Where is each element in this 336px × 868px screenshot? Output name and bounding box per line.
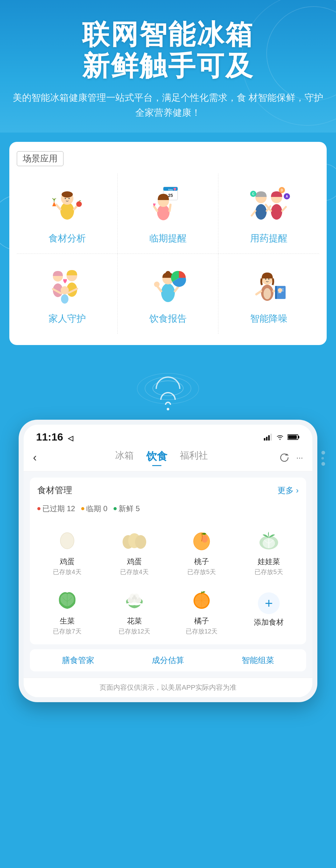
scene-label-food-analysis: 食材分析 (49, 232, 86, 245)
food-img-egg2 (120, 525, 148, 554)
svg-point-60 (278, 288, 282, 292)
food-section-header: 食材管理 更多 › (30, 477, 306, 501)
noise-reduction-icon (245, 260, 292, 307)
food-item-egg2[interactable]: 鸡蛋 已存放4天 (102, 522, 167, 579)
scene-label-noise: 智能降噪 (250, 312, 287, 325)
wifi-divider (0, 361, 336, 420)
scene-grid: 食材分析 May 25 (17, 174, 319, 334)
food-item-orange[interactable]: 橘子 已存放12天 (169, 581, 234, 638)
app-content: 食材管理 更多 › 已过期 12 临期 0 新鲜 5 (24, 471, 312, 678)
wifi-status-icon (276, 434, 284, 440)
phone-wrapper: 11:16 ◁ (0, 420, 336, 721)
diet-report-icon (145, 260, 191, 307)
svg-rect-66 (270, 434, 272, 440)
nav-tab-fridge[interactable]: 冰箱 (115, 449, 134, 466)
svg-line-18 (154, 206, 157, 211)
refresh-icon[interactable] (280, 453, 290, 462)
chip-dot-orange (81, 507, 84, 510)
svg-line-53 (256, 291, 261, 294)
svg-point-39 (61, 294, 68, 304)
food-add-button[interactable]: + 添加食材 (237, 581, 301, 638)
smart-cooking-button[interactable]: 智能组菜 (242, 655, 274, 666)
food-item-lettuce[interactable]: 生菜 已存放7天 (35, 581, 99, 638)
svg-point-3 (65, 198, 66, 199)
svg-rect-64 (266, 437, 268, 440)
bottom-actions: 膳食管家 成分估算 智能组菜 (30, 649, 306, 671)
food-section-more[interactable]: 更多 › (277, 485, 299, 496)
nav-back-button[interactable]: ‹ (33, 451, 37, 464)
svg-rect-65 (268, 435, 270, 440)
svg-point-16 (157, 205, 170, 220)
scene-item-food-analysis[interactable]: 食材分析 (17, 174, 118, 254)
svg-point-62 (268, 278, 269, 280)
scene-section: 场景应用 (0, 132, 336, 361)
scene-label-diet: 饮食报告 (149, 312, 187, 325)
scene-item-family[interactable]: 家人守护 (17, 254, 118, 334)
svg-point-75 (135, 535, 146, 549)
svg-line-33 (282, 207, 286, 211)
food-item-cauliflower[interactable]: 花菜 已存放12天 (102, 581, 167, 638)
phone-footer-note: 页面内容仅供演示，以美居APP实际内容为准 (24, 678, 312, 697)
food-name-orange: 橘子 (194, 616, 209, 626)
chip-fresh[interactable]: 新鲜 5 (114, 504, 140, 514)
svg-point-2 (62, 191, 73, 197)
food-grid: 鸡蛋 已存放4天 鸡蛋 已存放4天 (30, 519, 306, 644)
chip-near-expiry[interactable]: 临期 0 (81, 504, 107, 514)
svg-line-19 (170, 205, 171, 211)
food-days-egg2: 已存放4天 (120, 568, 148, 576)
right-deco (322, 451, 325, 466)
food-days-peach: 已存放5天 (187, 568, 216, 576)
svg-point-88 (133, 595, 135, 598)
svg-text:D: D (281, 189, 283, 192)
svg-rect-56 (275, 286, 277, 299)
more-icon[interactable]: ··· (296, 453, 303, 463)
medicine-reminder-icon: D A C (245, 180, 292, 226)
svg-point-11 (76, 201, 82, 207)
svg-point-51 (264, 288, 271, 299)
ingredient-calc-button[interactable]: 成分估算 (152, 655, 184, 666)
svg-text:C: C (252, 192, 254, 196)
svg-rect-63 (264, 438, 265, 440)
food-img-orange (188, 585, 216, 613)
food-name-egg1: 鸡蛋 (60, 557, 75, 566)
food-section-title: 食材管理 (37, 485, 72, 496)
food-name-lettuce: 生菜 (60, 616, 75, 626)
svg-marker-7 (52, 202, 56, 206)
scene-item-medicine[interactable]: D A C 用药提醒 (218, 174, 319, 254)
food-img-egg1 (53, 525, 81, 554)
svg-point-25 (271, 204, 282, 220)
nav-tab-welfare[interactable]: 福利社 (180, 449, 208, 466)
scene-item-diet[interactable]: 饮食报告 (118, 254, 218, 334)
svg-point-4 (68, 198, 70, 199)
food-item-cabbage[interactable]: 娃娃菜 已存放5天 (237, 522, 301, 579)
nav-tab-diet[interactable]: 饮食 (146, 449, 167, 466)
food-name-cabbage: 娃娃菜 (257, 557, 280, 566)
food-item-peach[interactable]: 桃子 已存放5天 (169, 522, 234, 579)
family-care-icon (44, 260, 91, 307)
expiry-reminder-icon: May 25 (145, 180, 191, 226)
scene-item-expiry[interactable]: May 25 (118, 174, 218, 254)
svg-rect-68 (298, 436, 299, 438)
svg-rect-69 (288, 435, 297, 439)
signal-icon (264, 434, 273, 440)
chip-dot-red (37, 507, 40, 510)
food-days-lettuce: 已存放7天 (53, 627, 81, 636)
nav-tabs: 冰箱 饮食 福利社 (43, 449, 280, 466)
food-days-egg1: 已存放4天 (53, 568, 81, 576)
food-days-cabbage: 已存放5天 (254, 568, 283, 576)
scene-tag: 场景应用 (17, 151, 63, 166)
chip-dot-green (114, 507, 117, 510)
status-icons (264, 434, 300, 440)
phone-inner: 11:16 ◁ (24, 425, 312, 697)
add-food-label: 添加食材 (254, 617, 284, 627)
svg-point-43 (161, 283, 175, 302)
diet-manager-button[interactable]: 膳食管家 (62, 655, 94, 666)
hero-subtitle: 美的智能冰箱健康管理一站式平台，满足个性化需求，食 材智能保鲜，守护全家营养健康… (12, 90, 324, 120)
svg-line-5 (56, 205, 60, 209)
food-days-cauliflower: 已存放12天 (119, 627, 150, 636)
svg-text:A: A (285, 195, 288, 198)
chip-expired[interactable]: 已过期 12 (37, 504, 75, 514)
scene-item-noise[interactable]: 智能降噪 (218, 254, 319, 334)
food-item-egg1[interactable]: 鸡蛋 已存放4天 (35, 522, 99, 579)
status-bar: 11:16 ◁ (24, 425, 312, 446)
